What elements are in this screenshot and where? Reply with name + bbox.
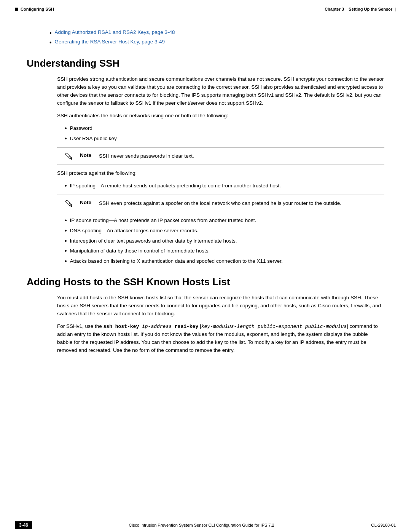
header-section-label: Configuring SSH	[21, 7, 54, 11]
section2-italic2: key-modulus-length public-exponent publi…	[201, 324, 347, 329]
list-item: Generating the RSA Server Host Key, page…	[49, 39, 384, 46]
header-square-icon	[15, 8, 18, 11]
list-item: IP source routing—A host pretends an IP …	[65, 217, 384, 225]
section2-cmd: ssh host-key	[104, 324, 139, 329]
header-left: Configuring SSH	[15, 7, 54, 11]
list-item: IP spoofing—A remote host sends out pack…	[65, 182, 384, 190]
footer-page-num: 3-46	[15, 521, 32, 529]
section2-para1: You must add hosts to the SSH known host…	[57, 294, 384, 318]
list-item: Interception of clear text passwords and…	[65, 237, 384, 245]
header-chapter: Chapter 3	[325, 7, 344, 11]
list-item: Manipulation of data by those in control…	[65, 247, 384, 255]
note-label: Note	[80, 151, 99, 158]
note-icon-col: 🖊	[57, 151, 80, 161]
section2-heading: Adding Hosts to the SSH Known Hosts List	[27, 276, 384, 288]
list-item: User RSA public key	[65, 135, 384, 143]
main-content: Adding Authorized RSA1 and RSA2 Keys, pa…	[0, 14, 411, 382]
link-rsa-keys[interactable]: Adding Authorized RSA1 and RSA2 Keys, pa…	[55, 29, 175, 35]
section1-para2: SSH authenticates the hosts or networks …	[57, 112, 384, 120]
section1-heading: Understanding SSH	[27, 58, 384, 69]
section2-para2-prefix: For SSHv1, use the	[57, 323, 104, 329]
note-box-2: 🖊 Note SSH even protects against a spoof…	[57, 195, 384, 212]
note-icon-col-2: 🖊	[57, 198, 80, 209]
protects-list-2: IP source routing—A host pretends an IP …	[65, 217, 384, 266]
top-link-list: Adding Authorized RSA1 and RSA2 Keys, pa…	[49, 29, 384, 46]
note-pencil-icon: 🖊	[64, 152, 73, 161]
protects-list-1: IP spoofing—A remote host sends out pack…	[65, 182, 384, 190]
note2-content: SSH even protects against a spoofer on t…	[99, 198, 384, 208]
header-right: Chapter 3 Setting Up the Sensor |	[325, 7, 396, 11]
footer-doc-title: Cisco Intrusion Prevention System Sensor…	[40, 523, 363, 527]
header-chapter-title: Setting Up the Sensor	[349, 7, 392, 11]
note-pencil-icon-2: 🖊	[64, 199, 73, 209]
page-footer: 3-46 Cisco Intrusion Prevention System S…	[0, 518, 411, 532]
note-label-2: Note	[80, 198, 99, 205]
list-item: DNS spoofing—An attacker forges name ser…	[65, 227, 384, 235]
auth-methods-list: Password User RSA public key	[65, 125, 384, 143]
note1-content: SSH never sends passwords in clear text.	[99, 151, 384, 160]
list-item: Password	[65, 125, 384, 133]
list-item: Attacks based on listening to X authenti…	[65, 257, 384, 265]
section2-rsa1key: rsa1-key	[175, 324, 198, 329]
section1-para3: SSH protects against the following:	[57, 169, 384, 177]
list-item: Adding Authorized RSA1 and RSA2 Keys, pa…	[49, 29, 384, 37]
page-header: Configuring SSH Chapter 3 Setting Up the…	[0, 0, 411, 14]
section1-para1: SSH provides strong authentication and s…	[57, 75, 384, 107]
footer-doc-num: OL-29168-01	[371, 523, 396, 527]
link-rsa-server-key[interactable]: Generating the RSA Server Host Key, page…	[55, 39, 165, 45]
note-box-1: 🖊 Note SSH never sends passwords in clea…	[57, 147, 384, 165]
section2-bracket: [	[198, 323, 201, 329]
section2-italic1: ip-address	[139, 324, 175, 329]
section2-para2: For SSHv1, use the ssh host-key ip-addre…	[57, 323, 384, 355]
